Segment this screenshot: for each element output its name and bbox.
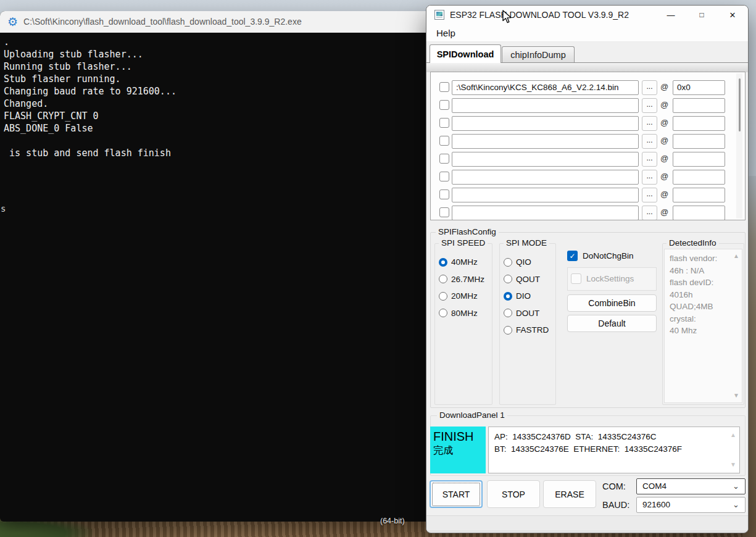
log-scroll-down-icon[interactable]: ▼ bbox=[730, 462, 736, 468]
flash-address-input[interactable] bbox=[673, 134, 725, 149]
browse-button[interactable]: ... bbox=[642, 116, 657, 131]
browse-button[interactable]: ... bbox=[642, 152, 657, 167]
locksettings-label: LockSettings bbox=[586, 274, 634, 283]
locksettings-checkbox-row[interactable]: LockSettings bbox=[571, 273, 634, 284]
spi-speed-80mhz[interactable]: 80MHz bbox=[439, 309, 478, 318]
combinebin-button[interactable]: CombineBin bbox=[567, 294, 657, 312]
file-checkbox[interactable] bbox=[439, 154, 449, 164]
minimize-button[interactable]: — bbox=[655, 6, 686, 24]
flash-address-input[interactable] bbox=[673, 152, 725, 167]
log-scroll-up-icon[interactable]: ▲ bbox=[730, 432, 736, 438]
spi-speed-20mhz[interactable]: 20MHz bbox=[439, 291, 478, 301]
close-button[interactable]: ✕ bbox=[717, 6, 748, 24]
radio-label: FASTRD bbox=[516, 325, 549, 335]
scroll-down-icon[interactable]: ▼ bbox=[733, 393, 739, 399]
com-label: COM: bbox=[602, 481, 626, 491]
scrollbar-thumb[interactable] bbox=[739, 78, 741, 131]
radio-label: 26.7MHz bbox=[451, 275, 484, 284]
file-checkbox[interactable] bbox=[439, 100, 449, 110]
file-checkbox[interactable] bbox=[439, 136, 449, 146]
spi-mode-dout[interactable]: DOUT bbox=[504, 309, 539, 318]
spi-speed-267mhz[interactable]: 26.7MHz bbox=[439, 275, 484, 284]
browse-button[interactable]: ... bbox=[642, 188, 657, 202]
donotchgbin-checkbox-row[interactable]: ✓ DoNotChgBin bbox=[567, 251, 634, 261]
radio-icon[interactable] bbox=[504, 326, 512, 335]
at-label: @ bbox=[660, 189, 668, 199]
file-checkbox[interactable] bbox=[439, 118, 449, 128]
start-button[interactable]: START bbox=[430, 480, 483, 508]
menu-help[interactable]: Help bbox=[433, 27, 459, 40]
flash-address-input[interactable] bbox=[673, 98, 725, 113]
browse-button[interactable]: ... bbox=[642, 98, 657, 113]
terminal-title: C:\Soft\Kincony\flash_download_tool\flas… bbox=[23, 17, 302, 27]
radio-icon[interactable] bbox=[504, 309, 512, 317]
file-checkbox[interactable] bbox=[439, 207, 449, 217]
stop-button[interactable]: STOP bbox=[487, 480, 540, 508]
spi-speed-40mhz[interactable]: 40MHz bbox=[439, 257, 478, 267]
baud-select[interactable]: 921600 ⌄ bbox=[636, 497, 746, 513]
detected-info-group: DetectedInfo flash vendor: 46h : N/A fla… bbox=[662, 243, 744, 405]
maximize-button[interactable]: □ bbox=[686, 6, 717, 24]
baud-label: BAUD: bbox=[602, 500, 629, 510]
desktop-stray-char: s bbox=[1, 204, 6, 214]
file-row: ...@ bbox=[431, 116, 745, 132]
statusbar bbox=[426, 515, 748, 531]
flash-address-input[interactable] bbox=[673, 116, 725, 131]
browse-button[interactable]: ... bbox=[642, 80, 657, 95]
file-list-panel: :\Soft\Kincony\KCS_KC868_A6_V2.2.14.bin.… bbox=[430, 72, 746, 220]
spi-speed-group: SPI SPEED 40MHz26.7MHz20MHz80MHz bbox=[434, 243, 492, 405]
spi-mode-group: SPI MODE QIOQOUTDIODOUTFASTRD bbox=[499, 243, 556, 405]
mouse-cursor bbox=[501, 10, 513, 24]
at-label: @ bbox=[660, 118, 668, 127]
file-path-input[interactable] bbox=[452, 152, 639, 167]
radio-icon[interactable] bbox=[439, 309, 447, 317]
spi-flash-config-legend: SPIFlashConfig bbox=[436, 227, 499, 236]
tab-spidownload[interactable]: SPIDownload bbox=[430, 44, 501, 63]
donotchgbin-label: DoNotChgBin bbox=[583, 251, 634, 260]
radio-label: DOUT bbox=[516, 309, 539, 318]
file-checkbox[interactable] bbox=[439, 189, 449, 199]
terminal-titlebar[interactable]: ⚙ C:\Soft\Kincony\flash_download_tool\fl… bbox=[0, 11, 431, 33]
radio-icon[interactable] bbox=[504, 258, 512, 267]
spi-mode-fastrd[interactable]: FASTRD bbox=[504, 325, 549, 335]
file-checkbox[interactable] bbox=[439, 82, 449, 92]
spi-mode-dio[interactable]: DIO bbox=[504, 291, 531, 301]
download-status-zh: 完成 bbox=[433, 444, 486, 457]
browse-button[interactable]: ... bbox=[642, 170, 657, 185]
file-checkbox[interactable] bbox=[439, 172, 449, 181]
browse-button[interactable]: ... bbox=[642, 206, 657, 220]
file-path-input[interactable] bbox=[452, 170, 639, 185]
scroll-up-icon[interactable]: ▲ bbox=[733, 253, 739, 259]
spi-mode-qio[interactable]: QIO bbox=[504, 257, 531, 267]
erase-button[interactable]: ERASE bbox=[543, 480, 596, 508]
flash-address-input[interactable] bbox=[673, 188, 725, 202]
browse-button[interactable]: ... bbox=[642, 134, 657, 149]
donotchgbin-checkbox[interactable]: ✓ bbox=[567, 251, 578, 261]
at-label: @ bbox=[660, 154, 668, 163]
app-icon bbox=[434, 10, 444, 20]
locksettings-checkbox[interactable] bbox=[571, 273, 581, 284]
com-select[interactable]: COM4 ⌄ bbox=[636, 478, 746, 494]
flash-address-input[interactable] bbox=[673, 170, 725, 185]
app-titlebar[interactable]: ESP32 FLASH DOWNLOAD TOOL V3.9.9_R2 — □ … bbox=[426, 6, 748, 24]
file-path-input[interactable]: :\Soft\Kincony\KCS_KC868_A6_V2.2.14.bin bbox=[452, 80, 639, 95]
tab-chipinfodump[interactable]: chipInfoDump bbox=[502, 46, 575, 62]
file-path-input[interactable] bbox=[452, 206, 639, 220]
flash-address-input[interactable]: 0x0 bbox=[673, 80, 725, 95]
radio-icon[interactable] bbox=[439, 292, 447, 301]
file-path-input[interactable] bbox=[452, 116, 639, 131]
radio-icon[interactable] bbox=[439, 258, 447, 267]
radio-icon[interactable] bbox=[504, 275, 512, 283]
file-path-input[interactable] bbox=[452, 98, 639, 113]
file-row: ...@ bbox=[431, 98, 745, 114]
flash-address-input[interactable] bbox=[673, 206, 725, 220]
default-button[interactable]: Default bbox=[567, 315, 657, 332]
file-list-scrollbar[interactable] bbox=[736, 73, 742, 219]
radio-icon[interactable] bbox=[504, 292, 512, 301]
file-row: ...@ bbox=[431, 134, 745, 150]
chevron-down-icon: ⌄ bbox=[733, 497, 739, 512]
file-path-input[interactable] bbox=[452, 188, 639, 202]
spi-mode-qout[interactable]: QOUT bbox=[504, 275, 540, 284]
radio-icon[interactable] bbox=[439, 275, 447, 283]
file-path-input[interactable] bbox=[452, 134, 639, 149]
